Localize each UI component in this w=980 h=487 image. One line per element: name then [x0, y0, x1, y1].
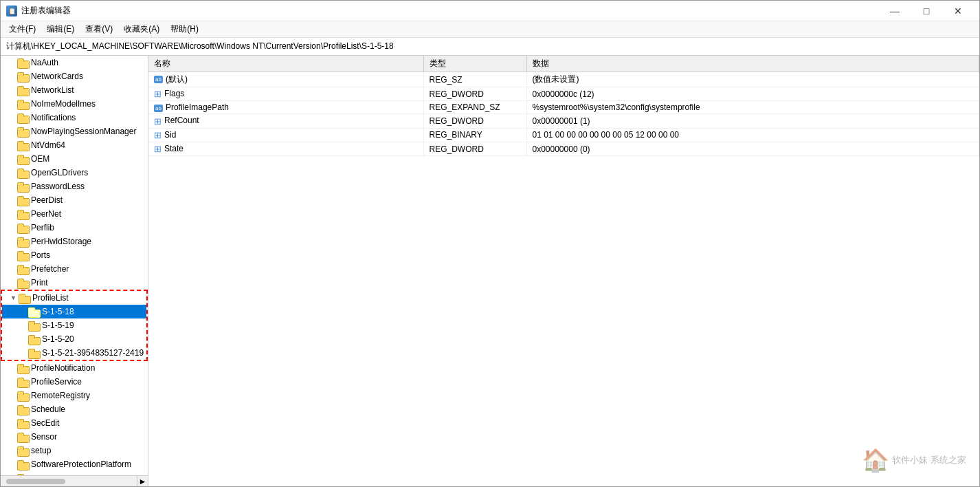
cell-data: 0x00000000 (0): [526, 142, 979, 155]
table-row[interactable]: abProfileImagePathREG_EXPAND_SZ%systemro…: [148, 101, 979, 114]
tree-label: NowPlayingSessionManager: [31, 127, 136, 136]
menu-bar: 文件(F) 编辑(E) 查看(V) 收藏夹(A) 帮助(H): [1, 21, 979, 38]
tree-item-ntvdm64[interactable]: NtVdm64: [1, 138, 148, 152]
cell-name: ⊞State: [148, 142, 423, 155]
cell-type: REG_EXPAND_SZ: [423, 101, 526, 114]
tree-label: S-1-5-20: [42, 334, 74, 344]
folder-icon: [17, 196, 28, 204]
menu-help[interactable]: 帮助(H): [165, 22, 204, 36]
scrollbar-thumb[interactable]: [6, 479, 65, 484]
watermark-text: 软件小妹 系统之家: [892, 454, 966, 466]
tree-label: OEM: [31, 154, 49, 164]
tree-label: Notifications: [31, 113, 76, 122]
col-header-data[interactable]: 数据: [526, 56, 979, 72]
folder-icon: [17, 460, 28, 468]
watermark: 🏠 软件小妹 系统之家: [862, 447, 966, 473]
tree-label: S-1-5-18: [42, 307, 74, 316]
tree-label: PerHwIdStorage: [31, 237, 91, 246]
menu-edit[interactable]: 编辑(E): [41, 22, 80, 36]
tree-item-perflib[interactable]: Perflib: [1, 221, 148, 235]
maximize-button[interactable]: □: [911, 1, 942, 21]
tree-item-networklist[interactable]: NetworkList: [1, 83, 148, 97]
tree-item-secedit[interactable]: SecEdit: [1, 416, 148, 430]
tree-label: ProfileService: [31, 377, 82, 387]
profile-list-section: ▼ ProfileList S-1-5-18 S-1-5-19: [1, 290, 148, 361]
cell-name: ⊞Flags: [148, 87, 423, 101]
tree-label: S-1-5-19: [42, 321, 74, 330]
tree-label: setup: [31, 446, 51, 455]
tree-item-peernet[interactable]: PeerNet: [1, 207, 148, 221]
tree-label: PeerNet: [31, 209, 61, 219]
tree-label: Ports: [31, 250, 50, 260]
folder-icon: [17, 127, 28, 136]
tree-item-setup[interactable]: setup: [1, 444, 148, 457]
tree-item-print[interactable]: Print: [1, 276, 148, 290]
tree-label: RemoteRegistry: [31, 391, 90, 400]
tree-item-softwareprotectionplatform[interactable]: SoftwareProtectionPlatform: [1, 457, 148, 471]
col-header-type[interactable]: 类型: [423, 56, 526, 72]
reg-sz-icon: ab: [154, 102, 166, 112]
menu-file[interactable]: 文件(F): [3, 22, 41, 36]
tree-item-peerdist[interactable]: PeerDist: [1, 193, 148, 207]
scroll-right-btn[interactable]: ►: [137, 476, 148, 486]
tree-item-nowplayingsessionmanager[interactable]: NowPlayingSessionManager: [1, 125, 148, 138]
cell-type: REG_DWORD: [423, 87, 526, 101]
tree-item-profilenotification[interactable]: ProfileNotification: [1, 361, 148, 375]
window-controls: — □ ✕: [879, 1, 974, 21]
registry-table[interactable]: 名称 类型 数据 ab(默认)REG_SZ(数值未设置)⊞FlagsREG_DW…: [148, 56, 979, 486]
tree-label: ProfileNotification: [31, 363, 95, 373]
tree-label: Print: [31, 278, 48, 288]
table-row[interactable]: ⊞StateREG_DWORD0x00000000 (0): [148, 142, 979, 155]
folder-icon: [17, 86, 28, 94]
tree-item-networkcards[interactable]: NetworkCards: [1, 69, 148, 83]
tree-item-opengldrivers[interactable]: OpenGLDrivers: [1, 166, 148, 180]
tree-scrollbar-h[interactable]: ►: [1, 475, 148, 486]
tree-item-perhwidstorage[interactable]: PerHwIdStorage: [1, 235, 148, 248]
menu-view[interactable]: 查看(V): [80, 22, 118, 36]
tree-panel[interactable]: NaAuth NetworkCards NetworkList NoImeMod…: [1, 56, 148, 486]
close-button[interactable]: ✕: [942, 1, 974, 21]
table-row[interactable]: ⊞RefCountREG_DWORD0x00000001 (1): [148, 114, 979, 128]
tree-label: NoImeModelImes: [31, 99, 96, 109]
tree-item-s-1-5-19[interactable]: S-1-5-19: [2, 318, 146, 332]
cell-data: 0x0000000c (12): [526, 87, 979, 101]
tree-item-profileservice[interactable]: ProfileService: [1, 375, 148, 389]
tree-item-remoteregistry[interactable]: RemoteRegistry: [1, 389, 148, 402]
table-row[interactable]: ⊞SidREG_BINARY01 01 00 00 00 00 00 00 05…: [148, 128, 979, 142]
folder-icon: [17, 378, 28, 386]
tree-item-schedule[interactable]: Schedule: [1, 402, 148, 416]
tree-item-s-1-5-20[interactable]: S-1-5-20: [2, 332, 146, 346]
folder-icon: [17, 237, 28, 246]
tree-item-s-1-5-18[interactable]: S-1-5-18: [2, 305, 146, 318]
folder-icon: [19, 294, 30, 302]
tree-label: Perflib: [31, 223, 54, 232]
folder-icon: [17, 155, 28, 163]
folder-icon: [17, 251, 28, 259]
tree-item-s-1-5-21[interactable]: S-1-5-21-3954835127-2419: [2, 346, 146, 360]
minimize-button[interactable]: —: [879, 1, 911, 21]
tree-label: Sensor: [31, 432, 57, 442]
address-bar: 计算机\HKEY_LOCAL_MACHINE\SOFTWARE\Microsof…: [1, 38, 979, 56]
tree-label: S-1-5-21-3954835127-2419: [42, 348, 144, 358]
tree-label: ProfileList: [32, 293, 69, 303]
title-bar-left: 📋 注册表编辑器: [6, 5, 71, 17]
address-path: 计算机\HKEY_LOCAL_MACHINE\SOFTWARE\Microsof…: [6, 41, 394, 52]
tree-label: NaAuth: [31, 58, 58, 67]
tree-item-ports[interactable]: Ports: [1, 248, 148, 262]
tree-item-naauth[interactable]: NaAuth: [1, 56, 148, 69]
tree-item-sensor[interactable]: Sensor: [1, 430, 148, 444]
menu-favorites[interactable]: 收藏夹(A): [118, 22, 165, 36]
table-row[interactable]: ab(默认)REG_SZ(数值未设置): [148, 72, 979, 87]
tree-item-passwordless[interactable]: PasswordLess: [1, 180, 148, 193]
tree-item-oem[interactable]: OEM: [1, 152, 148, 166]
cell-type: REG_DWORD: [423, 142, 526, 155]
tree-item-prefetcher[interactable]: Prefetcher: [1, 262, 148, 276]
tree-item-profilelist[interactable]: ▼ ProfileList: [2, 291, 146, 305]
folder-icon: [17, 58, 28, 67]
tree-item-notifications[interactable]: Notifications: [1, 111, 148, 125]
table-row[interactable]: ⊞FlagsREG_DWORD0x0000000c (12): [148, 87, 979, 101]
folder-icon: [17, 210, 28, 218]
reg-dword-icon: ⊞: [154, 144, 164, 153]
tree-item-noimemodelimes[interactable]: NoImeModelImes: [1, 97, 148, 111]
col-header-name[interactable]: 名称: [148, 56, 423, 72]
